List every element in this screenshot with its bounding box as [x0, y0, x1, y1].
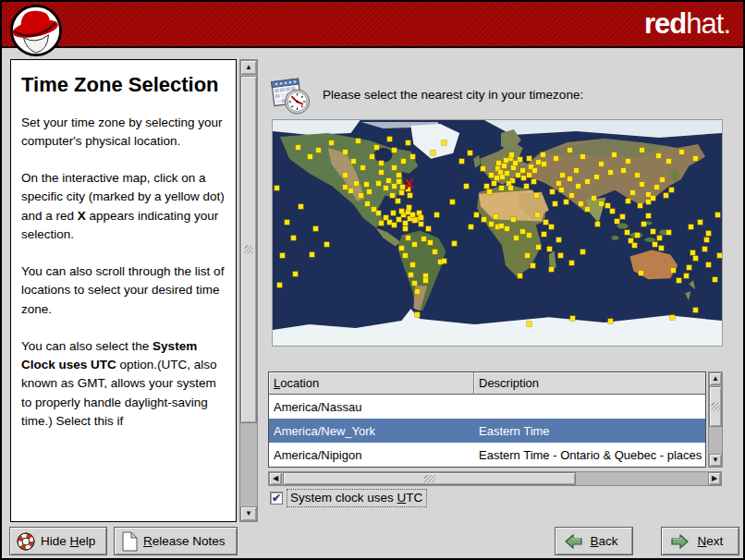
city-dot[interactable]: [559, 188, 564, 192]
city-dot[interactable]: [639, 271, 643, 275]
city-dot[interactable]: [660, 177, 665, 182]
city-dot[interactable]: [542, 162, 546, 166]
city-dot[interactable]: [514, 236, 519, 240]
city-dot[interactable]: [360, 165, 365, 170]
scrollbar-thumb[interactable]: [709, 386, 722, 427]
city-dot[interactable]: [450, 200, 455, 204]
city-dot[interactable]: [535, 213, 540, 217]
city-dot[interactable]: [384, 186, 388, 190]
timezone-row[interactable]: America/New_YorkEastern Time: [269, 419, 705, 443]
city-dot[interactable]: [412, 242, 417, 247]
city-dot[interactable]: [504, 158, 508, 163]
city-dot[interactable]: [511, 217, 516, 222]
city-dot[interactable]: [615, 219, 619, 224]
city-dot[interactable]: [641, 222, 646, 226]
city-dot[interactable]: [348, 189, 353, 193]
release-notes-button[interactable]: Release Notes: [114, 527, 238, 555]
city-dot[interactable]: [525, 253, 530, 258]
city-dot[interactable]: [657, 236, 662, 240]
city-dot[interactable]: [397, 173, 401, 177]
city-dot[interactable]: [415, 289, 420, 294]
city-dot[interactable]: [610, 209, 615, 213]
city-dot[interactable]: [677, 278, 681, 283]
city-dot[interactable]: [403, 226, 408, 231]
city-dot[interactable]: [410, 262, 415, 267]
city-dot[interactable]: [569, 261, 574, 265]
city-dot[interactable]: [275, 186, 279, 190]
city-dot[interactable]: [612, 152, 617, 157]
city-dot[interactable]: [608, 170, 613, 175]
city-dot[interactable]: [343, 185, 348, 189]
city-dot[interactable]: [364, 182, 369, 187]
city-dot[interactable]: [359, 193, 363, 198]
city-dot[interactable]: [702, 247, 707, 251]
city-dot[interactable]: [549, 267, 554, 272]
city-dot[interactable]: [527, 173, 531, 177]
city-dot[interactable]: [277, 283, 282, 287]
city-dot[interactable]: [406, 140, 410, 145]
city-dot[interactable]: [513, 161, 518, 165]
city-dot[interactable]: [299, 204, 303, 209]
city-dot[interactable]: [308, 154, 312, 159]
city-dot[interactable]: [313, 226, 318, 231]
city-dot[interactable]: [442, 259, 446, 263]
scroll-right-button[interactable]: ▶: [708, 472, 721, 485]
city-dot[interactable]: [343, 150, 348, 154]
city-dot[interactable]: [621, 168, 626, 173]
city-dot[interactable]: [666, 230, 671, 235]
city-dot[interactable]: [669, 188, 674, 192]
city-dot[interactable]: [434, 213, 439, 217]
city-dot[interactable]: [412, 218, 417, 223]
city-dot[interactable]: [376, 181, 381, 186]
city-dot[interactable]: [442, 140, 446, 145]
city-dot[interactable]: [671, 268, 676, 273]
scrollbar-thumb[interactable]: [240, 76, 257, 423]
city-dot[interactable]: [687, 265, 691, 270]
city-dot[interactable]: [599, 162, 604, 166]
city-dot[interactable]: [403, 253, 408, 258]
city-dot[interactable]: [412, 281, 417, 286]
city-dot[interactable]: [407, 205, 411, 210]
city-dot[interactable]: [459, 159, 464, 164]
city-dot[interactable]: [679, 150, 684, 154]
city-dot[interactable]: [706, 231, 711, 236]
city-dot[interactable]: [541, 152, 545, 157]
city-dot[interactable]: [397, 179, 401, 184]
city-dot[interactable]: [693, 308, 698, 312]
city-dot[interactable]: [704, 237, 709, 242]
city-dot[interactable]: [280, 253, 285, 258]
city-dot[interactable]: [484, 184, 489, 189]
scroll-down-button[interactable]: ▼: [709, 454, 722, 467]
help-scrollbar[interactable]: ▲ ▼: [239, 59, 258, 522]
city-dot[interactable]: [489, 173, 494, 177]
city-dot[interactable]: [579, 201, 583, 206]
city-dot[interactable]: [659, 246, 664, 250]
city-dot[interactable]: [496, 161, 501, 165]
city-dot[interactable]: [452, 241, 457, 246]
city-dot[interactable]: [401, 159, 406, 164]
city-dot[interactable]: [489, 222, 494, 226]
city-dot[interactable]: [354, 181, 359, 186]
city-dot[interactable]: [392, 184, 397, 189]
city-dot[interactable]: [351, 159, 356, 164]
city-dot[interactable]: [426, 226, 431, 231]
city-dot[interactable]: [632, 243, 637, 248]
city-dot[interactable]: [585, 179, 590, 184]
city-dot[interactable]: [524, 184, 529, 189]
city-dot[interactable]: [410, 154, 415, 159]
scroll-up-button[interactable]: ▲: [709, 372, 722, 385]
city-dot[interactable]: [468, 151, 472, 155]
city-dot[interactable]: [580, 154, 585, 159]
city-dot[interactable]: [296, 145, 300, 150]
city-dot[interactable]: [492, 181, 496, 186]
city-dot[interactable]: [638, 203, 642, 208]
city-dot[interactable]: [499, 186, 504, 190]
city-dot[interactable]: [543, 220, 548, 225]
hide-help-button[interactable]: Hide Help: [9, 527, 107, 555]
city-dot[interactable]: [399, 209, 404, 213]
city-dot[interactable]: [553, 201, 557, 206]
city-dot[interactable]: [406, 236, 410, 240]
city-dot[interactable]: [397, 217, 401, 222]
city-dot[interactable]: [417, 211, 421, 215]
city-dot[interactable]: [521, 176, 526, 180]
